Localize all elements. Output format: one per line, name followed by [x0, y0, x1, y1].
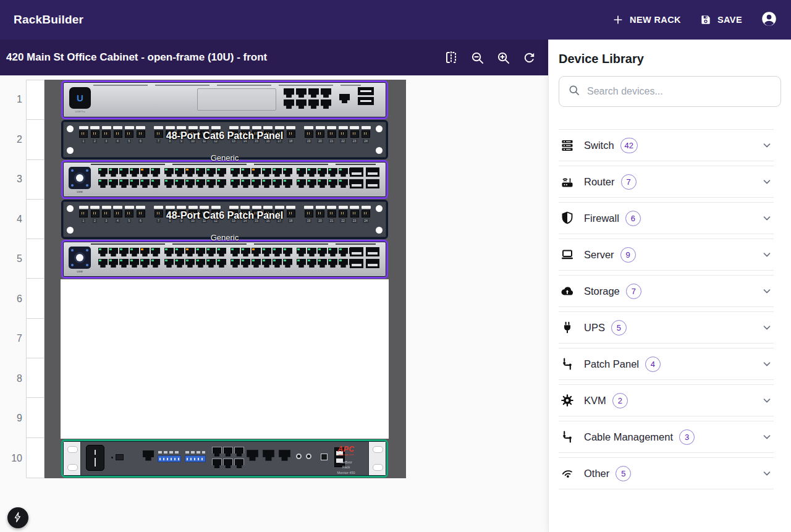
device-faceplate: U UDM Pro [64, 83, 386, 117]
port-label-strip [362, 126, 371, 129]
vent-lines [91, 164, 376, 165]
new-rack-button[interactable]: NEW RACK [612, 14, 681, 26]
port-number: 2 [93, 139, 97, 143]
device-udm-pro-switch[interactable]: U UDM Pro [61, 80, 388, 119]
port-label-strip [252, 126, 261, 129]
port-label-strip [90, 206, 99, 209]
search-input[interactable] [587, 86, 772, 97]
empty-unit-slot[interactable] [61, 359, 389, 399]
port-label-strip [211, 126, 221, 129]
sfp-port-block [358, 87, 374, 105]
port-number: 5 [127, 219, 132, 223]
device-library-title: Device Library [559, 52, 781, 66]
category-label: UPS [584, 322, 605, 334]
category-router[interactable]: Router7 [559, 166, 774, 198]
patch-port: 5 [124, 206, 134, 234]
empty-unit-slot[interactable] [61, 319, 389, 359]
app-title: RackBuilder [14, 13, 83, 27]
quick-actions-fab[interactable] [7, 507, 28, 528]
apc-url-text: www.apc.com [329, 453, 363, 457]
port-group: 19 20 21 22 23 24 [304, 206, 371, 234]
rj45-port [241, 179, 250, 188]
category-other[interactable]: Other5 [559, 457, 774, 489]
category-cable-management[interactable]: Cable Management3 [559, 421, 774, 453]
rj45-jack [188, 130, 197, 138]
port-number: 23 [352, 139, 358, 143]
port-label-strip [286, 126, 295, 129]
port-number: 3 [104, 139, 109, 143]
port-group: 7 8 9 10 11 12 [154, 206, 221, 234]
port-number: 24 [363, 219, 369, 223]
device-patch-panel[interactable]: 1 2 3 4 5 6 [61, 200, 388, 239]
lcd-display [197, 88, 276, 111]
rack-unit-7[interactable] [44, 319, 406, 359]
port-label-strip [113, 126, 122, 129]
rj45-port [196, 248, 205, 256]
unit-number: 2 [4, 120, 22, 160]
port-label-strip [136, 126, 145, 129]
flip-view-button[interactable] [438, 44, 464, 70]
rj45-port [151, 248, 160, 256]
rj45-port [212, 458, 222, 469]
category-ups[interactable]: UPS5 [559, 311, 774, 344]
rack-unit-8[interactable] [44, 359, 406, 399]
rj45-port [252, 259, 261, 268]
rj45-jack [339, 130, 347, 138]
patch-port: 2 [90, 206, 100, 234]
category-switch[interactable]: Switch42 [559, 129, 774, 161]
zoom-out-button[interactable] [464, 44, 490, 70]
empty-unit-slot[interactable] [61, 399, 389, 439]
device-brand-text: USW [69, 270, 91, 273]
device-48port-switch[interactable]: USW [61, 240, 388, 279]
port-number: 6 [138, 219, 143, 223]
rj45-jack [154, 210, 163, 217]
category-kvm[interactable]: KVM2 [559, 384, 774, 416]
rj45-port [273, 259, 282, 268]
rj45-jack [264, 130, 273, 138]
port-label-strip [79, 126, 88, 129]
rj45-port [252, 248, 261, 256]
device-faceplate: 1 2 3 4 5 6 [63, 201, 386, 237]
empty-unit-slot[interactable] [61, 279, 389, 319]
user-avatar-button[interactable] [761, 11, 777, 29]
rj45-jack [339, 210, 347, 217]
rj45-port [175, 179, 184, 188]
sfp-port [358, 97, 374, 105]
device-rack-monitor[interactable]: APC www.apc.com NetBotzRackMonitor 450 [61, 439, 388, 478]
port-group: 13 14 15 16 17 18 [229, 206, 296, 234]
port-number: 7 [156, 219, 161, 223]
rack-canvas[interactable]: 12345678910 U UDM Pro 1 [0, 75, 548, 532]
rj45-port [206, 248, 216, 256]
rj45-port [318, 259, 327, 268]
port-label-strip [275, 206, 284, 209]
rj45-port [119, 248, 129, 256]
rj45-port [321, 88, 331, 98]
category-label: Storage [584, 285, 620, 297]
port-number: 15 [253, 139, 260, 143]
port-label-strip [113, 206, 122, 209]
category-patch-panel[interactable]: Patch Panel4 [559, 348, 774, 380]
rj45-port [234, 447, 244, 457]
sfp-port [366, 167, 379, 177]
port-number: 23 [352, 219, 358, 223]
category-firewall[interactable]: Firewall6 [559, 202, 774, 234]
patch-port: 6 [136, 206, 146, 234]
category-server[interactable]: Server9 [559, 239, 774, 271]
chevron-down-icon [761, 322, 772, 333]
device-48port-switch[interactable]: USW [61, 160, 388, 199]
save-button[interactable]: SAVE [700, 14, 742, 26]
model-text-line: NetBotz [329, 460, 363, 465]
port-number: 13 [231, 139, 237, 143]
rack-unit-9[interactable] [44, 399, 406, 439]
rack-unit-6[interactable] [44, 279, 406, 319]
rj45-port [140, 248, 150, 256]
port-label-strip [166, 126, 175, 129]
device-patch-panel[interactable]: 1 2 3 4 5 6 [61, 120, 388, 159]
reset-view-button[interactable] [516, 44, 542, 70]
rj45-port [284, 88, 294, 98]
patch-port: 13 [229, 206, 239, 234]
rj45-port [241, 168, 250, 177]
zoom-in-button[interactable] [490, 44, 516, 70]
chevron-down-icon [761, 140, 772, 151]
category-storage[interactable]: Storage7 [559, 275, 774, 307]
